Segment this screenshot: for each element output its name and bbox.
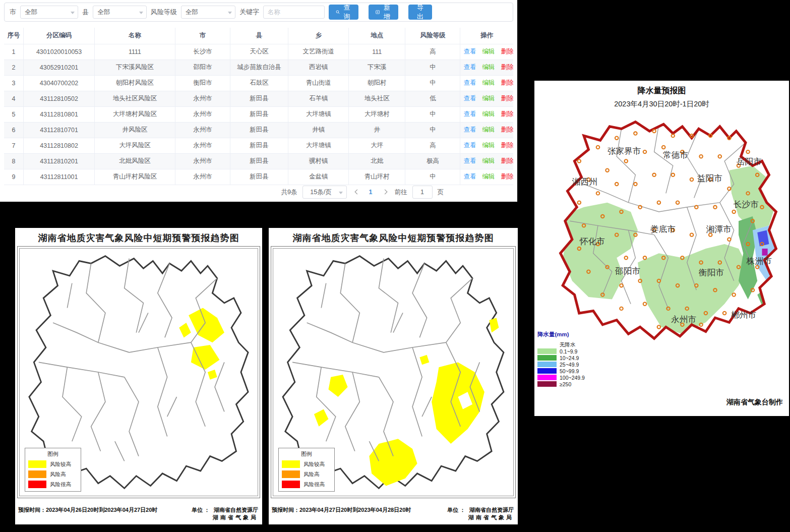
- legend-item: ≥250: [537, 381, 603, 387]
- prev-page-button[interactable]: [352, 187, 362, 197]
- delete-link[interactable]: 删除: [501, 142, 513, 149]
- view-link[interactable]: 查看: [463, 48, 476, 55]
- view-link[interactable]: 查看: [463, 173, 476, 180]
- cell-town: 文艺路街道: [288, 44, 349, 60]
- cell-actions: 查看编辑删除: [460, 169, 513, 185]
- delete-link[interactable]: 删除: [501, 95, 513, 102]
- view-link[interactable]: 查看: [463, 110, 476, 117]
- cell-city: 永州市: [175, 122, 230, 138]
- city-label: 长沙市: [734, 200, 759, 209]
- delete-link[interactable]: 删除: [501, 79, 513, 86]
- cell-risk: 极高: [405, 153, 460, 169]
- edit-link[interactable]: 编辑: [482, 79, 495, 86]
- table-row: 443112810502地头社区风险区永州市新田县石羊镇地头社区低查看编辑删除: [4, 91, 513, 106]
- cell-code: 43112811001: [23, 169, 94, 185]
- cell-town: 青山街道: [288, 75, 349, 91]
- trend-map-footer: 预报时间：2023年04月26日20时到2023年04月27日20时 单位 ： …: [18, 506, 258, 521]
- cell-city: 永州市: [175, 153, 230, 169]
- chevron-down-icon: [71, 12, 75, 14]
- county-select[interactable]: 全部: [93, 6, 146, 19]
- cell-code: 43112810701: [23, 122, 94, 138]
- unit-line2: 湖南省气象局: [468, 514, 514, 521]
- cell-county: 石鼓区: [230, 75, 288, 91]
- precip-legend-title: 降水量(mm): [537, 331, 603, 338]
- edit-link[interactable]: 编辑: [482, 157, 495, 164]
- city-label: 娄底市: [650, 224, 676, 234]
- trend-map-footer: 预报时间：2023年04月27日20时到2023年04月28日20时 单位 ： …: [272, 506, 514, 521]
- cell-seq: 5: [4, 106, 23, 122]
- unit-line1: 湖南省自然资源厅: [214, 506, 258, 514]
- keyword-input[interactable]: [263, 6, 325, 19]
- cell-city: 衡阳市: [175, 75, 230, 91]
- view-link[interactable]: 查看: [463, 64, 476, 71]
- delete-link[interactable]: 删除: [501, 126, 513, 133]
- trend-legend-items: 风险较高风险高风险很高: [282, 460, 331, 488]
- edit-link[interactable]: 编辑: [482, 110, 495, 117]
- legend-item: 风险较高: [28, 460, 78, 468]
- page-size-select[interactable]: 15条/页: [302, 186, 347, 199]
- goto-page-input[interactable]: [412, 186, 433, 199]
- column-header: 名称: [95, 28, 175, 44]
- cell-place: 地头社区: [349, 91, 405, 106]
- legend-label: 风险很高: [303, 481, 325, 488]
- delete-link[interactable]: 删除: [501, 64, 513, 71]
- cell-city: 邵阳市: [175, 60, 230, 75]
- legend-item: 10~24.9: [537, 354, 603, 361]
- city-label: 益阳市: [697, 173, 722, 183]
- trend-legend-items: 风险较高风险高风险很高: [28, 460, 78, 488]
- cell-county: 新田县: [230, 153, 288, 169]
- next-page-button[interactable]: [380, 187, 390, 197]
- edit-link[interactable]: 编辑: [482, 126, 495, 133]
- trend-legend: 图例 风险较高风险高风险很高: [278, 448, 335, 492]
- city-select[interactable]: 全部: [20, 6, 78, 19]
- legend-item: 100~249.9: [537, 374, 603, 381]
- page-number[interactable]: 1: [367, 189, 375, 196]
- goto-label: 前往: [395, 188, 407, 197]
- delete-link[interactable]: 删除: [501, 48, 513, 55]
- cell-county: 城步苗族自治县: [230, 60, 288, 75]
- view-link[interactable]: 查看: [463, 95, 476, 102]
- column-header: 地点: [349, 28, 405, 44]
- city-label: 常德市: [663, 150, 688, 160]
- view-link[interactable]: 查看: [463, 126, 476, 133]
- legend-label: 风险较高: [303, 461, 325, 468]
- cell-risk: 中: [405, 169, 460, 185]
- cell-town: 大坪塘镇: [288, 138, 349, 153]
- delete-link[interactable]: 删除: [501, 173, 513, 180]
- unit-label: 单位 ：: [192, 506, 210, 521]
- cell-city: 长沙市: [175, 44, 230, 60]
- toolbar-buttons: 查询 新增 导出: [329, 5, 432, 20]
- edit-link[interactable]: 编辑: [482, 48, 495, 55]
- edit-link[interactable]: 编辑: [482, 64, 495, 71]
- legend-label: 风险高: [50, 471, 66, 478]
- edit-link[interactable]: 编辑: [482, 142, 495, 149]
- delete-link[interactable]: 删除: [501, 110, 513, 117]
- view-link[interactable]: 查看: [463, 79, 476, 86]
- edit-link[interactable]: 编辑: [482, 173, 495, 180]
- search-icon: [336, 9, 340, 15]
- risk-level-select-value: 全部: [186, 8, 198, 17]
- export-button-label: 导出: [415, 3, 425, 21]
- view-link[interactable]: 查看: [463, 157, 476, 164]
- view-link[interactable]: 查看: [463, 142, 476, 149]
- city-label: 郴州市: [731, 310, 756, 320]
- cell-place: 大坪: [349, 138, 405, 153]
- export-button[interactable]: 导出: [408, 5, 432, 20]
- table-header-row: 序号分区编码名称市县乡地点风险等级操作: [4, 28, 513, 44]
- add-button[interactable]: 新增: [369, 5, 398, 20]
- cell-county: 新田县: [230, 91, 288, 106]
- search-button[interactable]: 查询: [329, 5, 358, 20]
- trend-map-title: 湖南省地质灾害气象风险中短期预警预报趋势图: [269, 228, 518, 244]
- delete-link[interactable]: 删除: [501, 157, 513, 164]
- table-row: 743112810802大坪风险区永州市新田县大坪塘镇大坪高查看编辑删除: [4, 138, 513, 153]
- city-label: 永州市: [671, 315, 696, 324]
- risk-level-select[interactable]: 全部: [181, 6, 235, 19]
- edit-link[interactable]: 编辑: [482, 95, 495, 102]
- legend-swatch: [282, 481, 300, 488]
- cell-place: 111: [349, 44, 405, 60]
- cell-seq: 2: [4, 60, 23, 75]
- cell-actions: 查看编辑删除: [460, 122, 513, 138]
- column-header: 分区编码: [23, 28, 94, 44]
- cell-town: 井镇: [288, 122, 349, 138]
- city-label: 张家界市: [607, 146, 641, 156]
